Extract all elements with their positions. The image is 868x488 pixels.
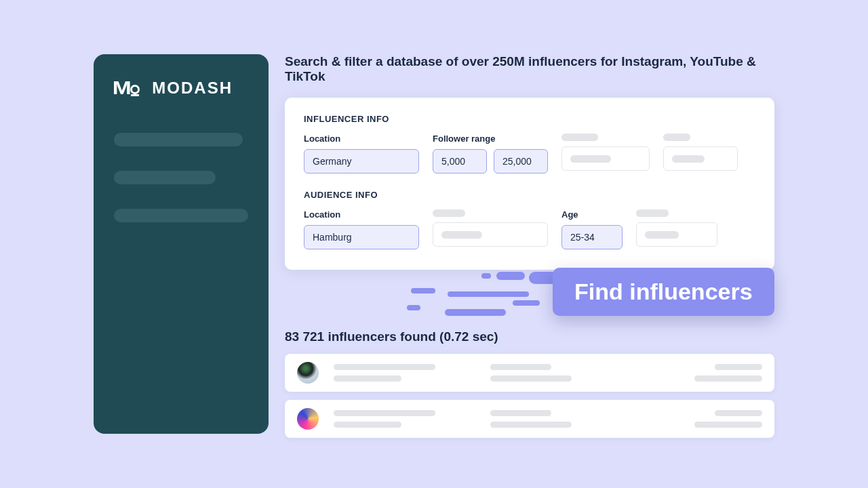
brand-logo: M MODASH [114, 79, 248, 98]
follower-max-input[interactable]: 25,000 [494, 149, 548, 174]
avatar [297, 362, 319, 384]
logo-mark-icon: M [114, 79, 140, 98]
result-row[interactable] [285, 400, 774, 438]
page-heading: Search & filter a database of over 250M … [285, 54, 774, 84]
decoration-icon [481, 273, 491, 279]
influencer-location-label: Location [304, 134, 419, 144]
avatar [297, 408, 319, 430]
sidebar: M MODASH [94, 54, 269, 434]
audience-input-placeholder[interactable] [433, 222, 548, 247]
filter-input-placeholder[interactable] [663, 146, 738, 171]
audience-section-title: AUDIENCE INFO [304, 190, 755, 200]
decoration-icon [411, 288, 435, 293]
audience-age-label: Age [561, 209, 623, 220]
results-section: 83 721 influencers found (0.72 sec) [285, 329, 774, 446]
influencer-location-value: Germany [313, 156, 352, 167]
audience-location-input[interactable]: Hamburg [304, 225, 419, 249]
nav-item-placeholder[interactable] [114, 171, 216, 184]
filter-card: INFLUENCER INFO Location Germany Followe… [285, 98, 774, 270]
find-influencers-button[interactable]: Find influencers [553, 268, 774, 316]
result-row[interactable] [285, 354, 774, 392]
brand-name: MODASH [152, 79, 233, 98]
decoration-icon [513, 300, 540, 306]
influencer-location-input[interactable]: Germany [304, 149, 419, 174]
follower-min-input[interactable]: 5,000 [433, 149, 487, 174]
decoration-icon [496, 272, 525, 280]
audience-location-label: Location [304, 209, 419, 220]
decoration-icon [448, 291, 529, 297]
influencer-section-title: INFLUENCER INFO [304, 114, 755, 124]
audience-age-input[interactable]: 25-34 [561, 225, 623, 249]
audience-input-placeholder[interactable] [636, 222, 717, 247]
decoration-icon [407, 305, 420, 310]
follower-range-label: Follower range [433, 134, 548, 144]
results-summary: 83 721 influencers found (0.72 sec) [285, 329, 774, 344]
filter-label-placeholder [561, 134, 598, 141]
audience-label-placeholder [636, 209, 669, 217]
filter-input-placeholder[interactable] [561, 146, 650, 171]
nav-item-placeholder[interactable] [114, 133, 243, 146]
main-area: Search & filter a database of over 250M … [285, 54, 774, 270]
filter-label-placeholder [663, 134, 690, 141]
audience-label-placeholder [433, 209, 465, 217]
nav-item-placeholder[interactable] [114, 209, 248, 222]
decoration-icon [445, 309, 506, 316]
